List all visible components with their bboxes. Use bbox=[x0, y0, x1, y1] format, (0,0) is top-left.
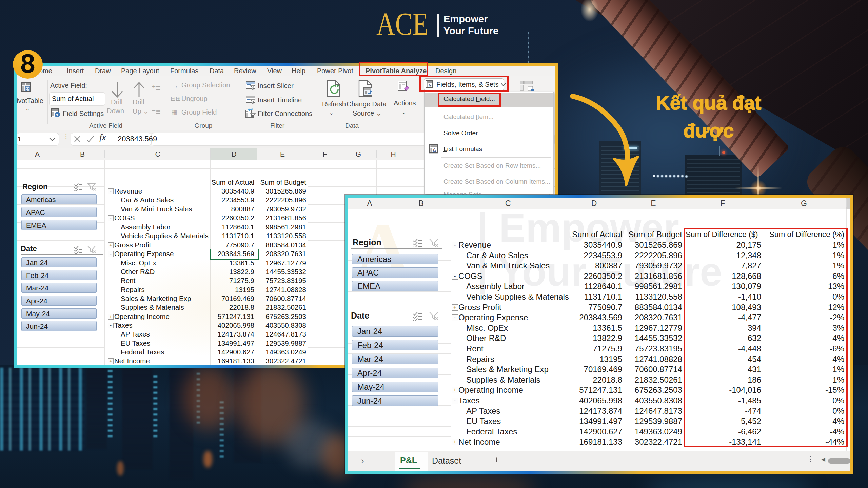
svg-text:fx: fx bbox=[433, 148, 436, 153]
